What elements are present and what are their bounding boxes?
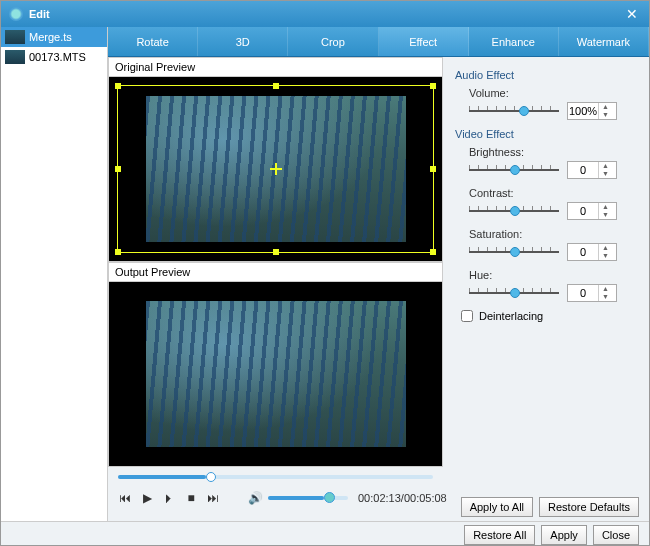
saturation-spinner[interactable]: ▲▼ — [567, 243, 617, 261]
brightness-input[interactable] — [568, 164, 598, 176]
file-sidebar: Merge.ts 00173.MTS — [1, 27, 108, 521]
tab-effect[interactable]: Effect — [379, 27, 469, 56]
tab-bar: Rotate 3D Crop Effect Enhance Watermark — [108, 27, 649, 57]
spinner-down-icon[interactable]: ▼ — [599, 293, 612, 301]
sidebar-item-label: Merge.ts — [29, 31, 72, 43]
volume-label: Volume: — [455, 87, 637, 99]
crop-outline[interactable] — [117, 85, 434, 253]
stop-icon[interactable]: ■ — [184, 491, 198, 505]
tab-3d[interactable]: 3D — [198, 27, 288, 56]
timeline-slider[interactable] — [108, 467, 443, 483]
original-preview[interactable] — [108, 76, 443, 262]
spinner-down-icon[interactable]: ▼ — [599, 111, 612, 119]
close-button[interactable]: Close — [593, 525, 639, 545]
hue-input[interactable] — [568, 287, 598, 299]
spinner-up-icon[interactable]: ▲ — [599, 103, 612, 111]
spinner-down-icon[interactable]: ▼ — [599, 252, 612, 260]
sidebar-item-merge[interactable]: Merge.ts — [1, 27, 107, 47]
close-icon[interactable]: ✕ — [623, 5, 641, 23]
hue-label: Hue: — [455, 269, 637, 281]
brightness-spinner[interactable]: ▲▼ — [567, 161, 617, 179]
spinner-up-icon[interactable]: ▲ — [599, 203, 612, 211]
sidebar-item-00173[interactable]: 00173.MTS — [1, 47, 107, 67]
contrast-slider[interactable] — [469, 204, 559, 218]
deinterlacing-input[interactable] — [461, 310, 473, 322]
volume-slider[interactable] — [469, 104, 559, 118]
next-frame-icon[interactable]: ⏵ — [162, 491, 176, 505]
file-thumbnail — [5, 50, 25, 64]
spinner-up-icon[interactable]: ▲ — [599, 162, 612, 170]
title-bar: Edit ✕ — [1, 1, 649, 27]
audio-effect-section: Audio Effect — [455, 69, 637, 81]
restore-defaults-button[interactable]: Restore Defaults — [539, 497, 639, 517]
hue-spinner[interactable]: ▲▼ — [567, 284, 617, 302]
apply-button[interactable]: Apply — [541, 525, 587, 545]
crosshair-icon — [270, 163, 282, 175]
spinner-up-icon[interactable]: ▲ — [599, 244, 612, 252]
hue-slider[interactable] — [469, 286, 559, 300]
playback-volume-slider[interactable] — [268, 496, 348, 500]
timecode: 00:02:13/00:05:08 — [358, 492, 447, 504]
output-preview-label: Output Preview — [108, 262, 443, 281]
volume-input[interactable] — [568, 105, 598, 117]
play-icon[interactable]: ▶ — [140, 491, 154, 505]
app-icon — [9, 7, 23, 21]
effects-panel: Audio Effect Volume: ▲▼ Video Effect Bri… — [443, 57, 649, 461]
original-preview-label: Original Preview — [108, 57, 443, 76]
window-title: Edit — [29, 8, 623, 20]
contrast-spinner[interactable]: ▲▼ — [567, 202, 617, 220]
volume-spinner[interactable]: ▲▼ — [567, 102, 617, 120]
tab-crop[interactable]: Crop — [288, 27, 378, 56]
saturation-input[interactable] — [568, 246, 598, 258]
deinterlacing-label: Deinterlacing — [479, 310, 543, 322]
next-icon[interactable]: ⏭ — [206, 491, 220, 505]
saturation-slider[interactable] — [469, 245, 559, 259]
spinner-down-icon[interactable]: ▼ — [599, 170, 612, 178]
contrast-label: Contrast: — [455, 187, 637, 199]
footer-bar: Restore All Apply Close — [1, 521, 649, 546]
apply-to-all-button[interactable]: Apply to All — [461, 497, 533, 517]
restore-all-button[interactable]: Restore All — [464, 525, 535, 545]
brightness-label: Brightness: — [455, 146, 637, 158]
tab-watermark[interactable]: Watermark — [559, 27, 649, 56]
deinterlacing-checkbox[interactable]: Deinterlacing — [455, 310, 637, 322]
tab-rotate[interactable]: Rotate — [108, 27, 198, 56]
tab-enhance[interactable]: Enhance — [469, 27, 559, 56]
output-preview — [108, 281, 443, 467]
saturation-label: Saturation: — [455, 228, 637, 240]
contrast-input[interactable] — [568, 205, 598, 217]
prev-icon[interactable]: ⏮ — [118, 491, 132, 505]
video-frame — [146, 301, 406, 447]
brightness-slider[interactable] — [469, 163, 559, 177]
spinner-down-icon[interactable]: ▼ — [599, 211, 612, 219]
video-effect-section: Video Effect — [455, 128, 637, 140]
file-thumbnail — [5, 30, 25, 44]
sidebar-item-label: 00173.MTS — [29, 51, 86, 63]
spinner-up-icon[interactable]: ▲ — [599, 285, 612, 293]
volume-icon[interactable]: 🔊 — [248, 491, 262, 505]
playback-controls: ⏮ ▶ ⏵ ■ ⏭ 🔊 00:02:13/00:05:08 — [108, 483, 443, 513]
